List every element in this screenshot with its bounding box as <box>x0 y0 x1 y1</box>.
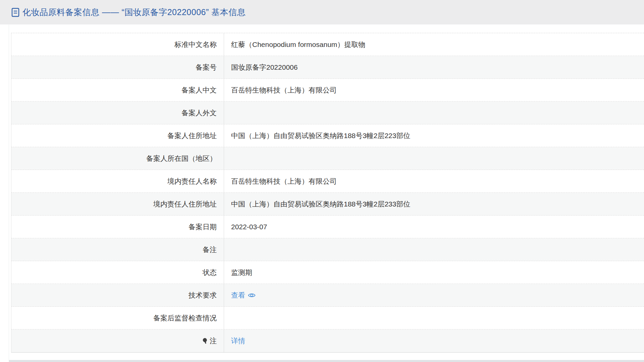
row-label: 标准中文名称 <box>11 33 224 56</box>
row-value-text: 监测期 <box>231 268 252 277</box>
page-header: 化妆品原料备案信息 —— “国妆原备字20220006” 基本信息 <box>0 0 644 24</box>
table-row: 备案人住所地址中国（上海）自由贸易试验区奥纳路188号3幢2层223部位 <box>11 124 644 147</box>
row-value: 中国（上海）自由贸易试验区奥纳路188号3幢2层223部位 <box>224 124 644 147</box>
row-value-text: 百岳特生物科技（上海）有限公司 <box>231 85 337 95</box>
row-value-text: 中国（上海）自由贸易试验区奥纳路188号3幢2层233部位 <box>231 199 410 209</box>
row-value: 百岳特生物科技（上海）有限公司 <box>224 170 644 192</box>
table-row: 备案日期2022-03-07 <box>11 216 644 238</box>
row-label-text: 备案后监督检查情况 <box>153 313 217 323</box>
details-link[interactable]: 详情 <box>231 336 245 346</box>
row-value <box>224 147 644 170</box>
row-value-text: 2022-03-07 <box>231 223 267 231</box>
row-value-text: 国妆原备字20220006 <box>231 63 298 72</box>
table-row: 注详情 <box>11 329 644 352</box>
table-row: 备案人外文 <box>11 102 644 124</box>
table-row: 境内责任人名称百岳特生物科技（上海）有限公司 <box>11 170 644 193</box>
row-label: 备案人住所地址 <box>11 124 224 147</box>
bottom-strip <box>9 360 644 362</box>
eye-icon <box>248 293 256 298</box>
document-icon <box>11 7 20 17</box>
row-value-text: 百岳特生物科技（上海）有限公司 <box>231 177 337 186</box>
row-value <box>224 102 644 124</box>
row-value <box>224 238 644 261</box>
row-value: 百岳特生物科技（上海）有限公司 <box>224 79 644 101</box>
row-label-text: 境内责任人名称 <box>167 177 217 186</box>
row-label: 境内责任人住所地址 <box>11 193 224 215</box>
row-value: 中国（上海）自由贸易试验区奥纳路188号3幢2层233部位 <box>224 193 644 215</box>
eye-icon[interactable] <box>248 293 256 298</box>
row-label: 备案人外文 <box>11 102 224 124</box>
link-text: 查看 <box>231 291 245 300</box>
table-row: 境内责任人住所地址中国（上海）自由贸易试验区奥纳路188号3幢2层233部位 <box>11 193 644 216</box>
row-label-text: 备案日期 <box>189 222 217 232</box>
bulb-icon <box>202 337 209 345</box>
row-label: 备案日期 <box>11 216 224 238</box>
row-value <box>224 307 644 329</box>
info-table: 标准中文名称红藜（Chenopodium formosanum）提取物备案号国妆… <box>11 33 644 353</box>
row-value: 详情 <box>224 329 644 352</box>
table-row: 备案后监督检查情况 <box>11 307 644 329</box>
link-text: 详情 <box>231 336 245 346</box>
row-label-text: 备案人所在国（地区） <box>146 154 217 163</box>
table-row: 备案人中文百岳特生物科技（上海）有限公司 <box>11 79 644 102</box>
table-row: 标准中文名称红藜（Chenopodium formosanum）提取物 <box>11 33 644 56</box>
row-label: 境内责任人名称 <box>11 170 224 192</box>
row-label: 备案号 <box>11 56 224 78</box>
content-panel: 标准中文名称红藜（Chenopodium formosanum）提取物备案号国妆… <box>9 24 644 362</box>
row-label-text: 备案号 <box>196 63 217 72</box>
table-row: 备案号国妆原备字20220006 <box>11 56 644 79</box>
row-label-text: 标准中文名称 <box>174 40 217 49</box>
row-label-text: 备案人外文 <box>181 108 217 118</box>
row-value: 2022-03-07 <box>224 216 644 238</box>
row-label: 备案人中文 <box>11 79 224 101</box>
row-value: 监测期 <box>224 261 644 284</box>
row-label: 备案后监督检查情况 <box>11 307 224 329</box>
row-label-text: 备案人住所地址 <box>167 131 217 140</box>
row-label-text: 状态 <box>203 268 217 277</box>
page-title: 化妆品原料备案信息 —— “国妆原备字20220006” 基本信息 <box>22 7 246 18</box>
row-label: 备案人所在国（地区） <box>11 147 224 170</box>
row-value: 国妆原备字20220006 <box>224 56 644 78</box>
row-value-text: 红藜（Chenopodium formosanum）提取物 <box>231 40 365 49</box>
table-row: 备注 <box>11 238 644 261</box>
row-label-text: 备注 <box>203 245 217 254</box>
row-label: 技术要求 <box>11 284 224 306</box>
row-label-text: 境内责任人住所地址 <box>153 199 217 209</box>
row-label-text: 注 <box>210 336 217 346</box>
row-label-text: 备案人中文 <box>181 85 217 95</box>
row-label: 状态 <box>11 261 224 284</box>
row-label: 备注 <box>11 238 224 261</box>
row-value: 查看 <box>224 284 644 306</box>
row-label: 注 <box>11 329 224 352</box>
view-link[interactable]: 查看 <box>231 291 256 300</box>
row-label-text: 技术要求 <box>189 291 217 300</box>
table-row: 技术要求查看 <box>11 284 644 307</box>
table-row: 备案人所在国（地区） <box>11 147 644 170</box>
row-value-text: 中国（上海）自由贸易试验区奥纳路188号3幢2层223部位 <box>231 131 410 140</box>
table-row: 状态监测期 <box>11 261 644 284</box>
row-value: 红藜（Chenopodium formosanum）提取物 <box>224 33 644 56</box>
